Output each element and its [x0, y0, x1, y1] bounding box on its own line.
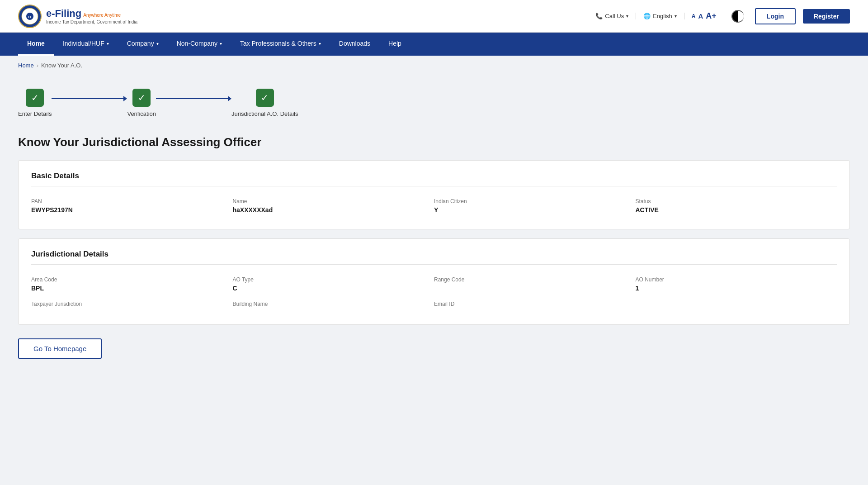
building-name-label: Building Name	[233, 301, 434, 307]
nav-item-home[interactable]: Home	[18, 33, 54, 56]
pan-value: EWYPS2197N	[31, 206, 233, 214]
status-field: Status ACTIVE	[636, 198, 837, 214]
header-right: 📞 Call Us ▾ 🌐 English ▾ A A A+ Login Reg…	[595, 8, 850, 24]
email-id-label: Email ID	[434, 301, 636, 307]
emblem-icon: IT	[18, 5, 42, 28]
logo-area: IT e-Filing Anywhere Anytime Income Tax …	[18, 5, 137, 28]
step-3: ✓ Jurisdictional A.O. Details	[231, 89, 298, 117]
name-value: haXXXXXXad	[233, 206, 434, 214]
indian-citizen-value: Y	[434, 206, 636, 214]
range-code-label: Range Code	[434, 276, 636, 283]
main-content: ✓ Enter Details ✓ Verification ✓ Jurisdi…	[0, 75, 868, 386]
ao-number-value: 1	[636, 285, 837, 292]
step-1-circle: ✓	[26, 89, 44, 107]
nav-bar: Home Individual/HUF ▾ Company ▾ Non-Comp…	[0, 33, 868, 56]
font-small-button[interactable]: A	[692, 13, 696, 19]
step-connector-1	[52, 96, 127, 101]
pan-label: PAN	[31, 198, 233, 204]
taxpayer-jurisdiction-label: Taxpayer Jurisdiction	[31, 301, 233, 307]
range-code-field: Range Code	[434, 276, 636, 292]
font-controls: A A A+	[692, 11, 724, 21]
nav-help-label: Help	[388, 40, 401, 47]
step-2: ✓ Verification	[127, 89, 156, 117]
nav-item-help[interactable]: Help	[379, 33, 410, 56]
jurisdictional-row-2: Taxpayer Jurisdiction Building Name Emai…	[31, 296, 837, 314]
nav-item-downloads[interactable]: Downloads	[330, 33, 379, 56]
placeholder-field-4	[636, 301, 837, 309]
ao-type-label: AO Type	[233, 276, 434, 283]
jurisdictional-details-card: Jurisdictional Details Area Code BPL AO …	[18, 238, 850, 325]
site-header: IT e-Filing Anywhere Anytime Income Tax …	[0, 0, 868, 33]
breadcrumb-separator: ›	[37, 62, 38, 69]
step-3-label: Jurisdictional A.O. Details	[231, 110, 298, 117]
globe-icon: 🌐	[643, 13, 651, 19]
basic-details-card: Basic Details PAN EWYPS2197N Name haXXXX…	[18, 160, 850, 229]
register-button[interactable]: Register	[803, 9, 850, 24]
nav-individual-label: Individual/HUF	[63, 40, 104, 47]
connector-arrow-1	[123, 96, 127, 101]
logo-anywhere-text: Anywhere Anytime	[83, 13, 121, 18]
nav-noncompany-label: Non-Company	[177, 40, 217, 47]
breadcrumb-current: Know Your A.O.	[41, 62, 82, 69]
login-button[interactable]: Login	[755, 8, 796, 24]
logo-efiling-text: e-Filing	[46, 8, 81, 19]
ao-type-value: C	[233, 285, 434, 292]
breadcrumb-home-link[interactable]: Home	[18, 62, 34, 69]
nav-individual-chevron: ▾	[107, 41, 109, 46]
call-us-label: Call Us	[605, 13, 624, 19]
nav-downloads-label: Downloads	[339, 40, 370, 47]
basic-details-title: Basic Details	[31, 171, 837, 186]
call-us-button[interactable]: 📞 Call Us ▾	[595, 13, 636, 19]
step-3-circle: ✓	[256, 89, 274, 107]
jurisdictional-row-1: Area Code BPL AO Type C Range Code AO Nu…	[31, 272, 837, 296]
language-selector[interactable]: 🌐 English ▾	[643, 13, 684, 19]
email-id-field: Email ID	[434, 301, 636, 309]
stepper: ✓ Enter Details ✓ Verification ✓ Jurisdi…	[18, 84, 850, 117]
nav-company-label: Company	[127, 40, 154, 47]
pan-field: PAN EWYPS2197N	[31, 198, 233, 214]
area-code-field: Area Code BPL	[31, 276, 233, 292]
status-label: Status	[636, 198, 837, 204]
step-1: ✓ Enter Details	[18, 89, 52, 117]
logo-subtitle-text: Income Tax Department, Government of Ind…	[46, 19, 137, 24]
phone-icon: 📞	[595, 13, 603, 19]
name-field: Name haXXXXXXad	[233, 198, 434, 214]
logo-text: e-Filing Anywhere Anytime Income Tax Dep…	[46, 8, 137, 24]
indian-citizen-field: Indian Citizen Y	[434, 198, 636, 214]
contrast-toggle[interactable]	[731, 10, 744, 23]
step-2-label: Verification	[127, 110, 156, 117]
step-connector-2	[156, 96, 231, 101]
nav-item-individual[interactable]: Individual/HUF ▾	[54, 33, 118, 56]
font-large-button[interactable]: A+	[706, 11, 717, 21]
language-chevron: ▾	[675, 14, 677, 19]
connector-arrow-2	[228, 96, 231, 101]
building-name-field: Building Name	[233, 301, 434, 309]
page-title: Know Your Jurisdictional Assessing Offic…	[18, 135, 850, 149]
nav-taxpro-chevron: ▾	[319, 41, 321, 46]
indian-citizen-label: Indian Citizen	[434, 198, 636, 204]
area-code-label: Area Code	[31, 276, 233, 283]
ao-number-field: AO Number 1	[636, 276, 837, 292]
nav-company-chevron: ▾	[156, 41, 159, 46]
nav-item-tax-professionals[interactable]: Tax Professionals & Others ▾	[231, 33, 330, 56]
jurisdictional-details-title: Jurisdictional Details	[31, 250, 837, 265]
status-value: ACTIVE	[636, 206, 837, 214]
area-code-value: BPL	[31, 285, 233, 292]
call-us-chevron: ▾	[626, 14, 628, 19]
language-label: English	[653, 13, 672, 19]
name-label: Name	[233, 198, 434, 204]
go-to-homepage-button[interactable]: Go To Homepage	[18, 338, 102, 359]
connector-line-1	[52, 98, 124, 99]
step-2-circle: ✓	[132, 89, 151, 107]
breadcrumb: Home › Know Your A.O.	[0, 56, 868, 75]
nav-item-company[interactable]: Company ▾	[118, 33, 168, 56]
nav-noncompany-chevron: ▾	[220, 41, 222, 46]
nav-item-noncompany[interactable]: Non-Company ▾	[168, 33, 231, 56]
font-medium-button[interactable]: A	[698, 12, 703, 20]
basic-details-row: PAN EWYPS2197N Name haXXXXXXad Indian Ci…	[31, 194, 837, 218]
taxpayer-jurisdiction-field: Taxpayer Jurisdiction	[31, 301, 233, 309]
step-1-label: Enter Details	[18, 110, 52, 117]
ao-number-label: AO Number	[636, 276, 837, 283]
connector-line-2	[156, 98, 228, 99]
nav-home-label: Home	[27, 40, 45, 47]
